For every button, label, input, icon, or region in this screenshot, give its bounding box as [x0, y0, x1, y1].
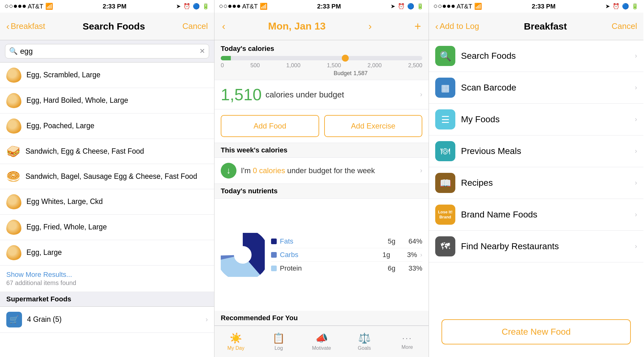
nutrient-row-carbs[interactable]: Carbs 1g 3% › [271, 248, 422, 262]
signal-dots-3 [434, 5, 455, 8]
tab-motivate[interactable]: 📣 Motivate [300, 332, 343, 351]
add-exercise-button[interactable]: Add Exercise [324, 115, 423, 137]
carbs-chevron-icon: › [420, 251, 422, 258]
signal-dot-3 [14, 5, 17, 8]
list-item[interactable]: 🥪 Sandwich, Egg & Cheese, Fast Food [0, 139, 214, 164]
show-more-link[interactable]: Show More Results... [6, 271, 208, 279]
bar-label-1000: 1,000 [286, 62, 300, 69]
prev-day-button[interactable]: ‹ [222, 20, 225, 32]
recommended-header: Recommended For You [214, 311, 429, 326]
week-text-post: under budget for the week [285, 166, 375, 175]
food-name-1: Egg, Scrambled, Large [26, 70, 208, 80]
wifi-icon: 📶 [45, 3, 53, 10]
carbs-pct: 3% [401, 251, 417, 259]
search-icon-inner: 🔍 [440, 51, 451, 62]
nutrients-table: Fats 5g 64% Carbs 1g 3% › Protein 6g 33% [271, 235, 422, 275]
search-foods-chevron-icon: › [635, 52, 637, 60]
menu-item-scan-barcode[interactable]: ▦ Scan Barcode › [429, 72, 643, 104]
nutrient-row-fats[interactable]: Fats 5g 64% [271, 235, 422, 248]
back-label-3: Add to Log [440, 21, 479, 31]
menu-item-find-nearby-restaurants[interactable]: 🗺 Find Nearby Restaurants › [429, 231, 643, 262]
food-name-2: Egg, Hard Boiled, Whole, Large [26, 96, 208, 105]
s1 [434, 5, 437, 8]
next-day-button[interactable]: › [368, 20, 372, 32]
list-item[interactable]: Egg Whites, Large, Ckd [0, 189, 214, 215]
signal-dots-2 [219, 5, 240, 8]
alarm-icon-3: ⏰ [613, 3, 619, 10]
food-name-4: Sandwich, Egg & Cheese, Fast Food [25, 147, 208, 156]
scan-barcode-icon: ▦ [435, 78, 455, 98]
back-button-1[interactable]: ‹ Breakfast [6, 21, 45, 32]
show-more-section: Show More Results... 67 additional items… [0, 266, 214, 292]
brand-name-foods-label: Brand Name Foods [461, 210, 629, 220]
tab-log[interactable]: 📋 Log [257, 332, 300, 351]
menu-item-search-foods[interactable]: 🔍 Search Foods › [429, 40, 643, 72]
back-button-3[interactable]: ‹ Add to Log [435, 21, 479, 32]
status-bar-2: AT&T 📶 2:33 PM ➤ ⏰ 🔵 🔋 [214, 0, 429, 13]
egg-icon-1 [6, 68, 21, 83]
bar-label-500: 500 [250, 62, 260, 69]
add-day-button[interactable]: + [414, 20, 421, 33]
egg-icon-2 [6, 93, 21, 108]
recipes-label: Recipes [461, 178, 629, 188]
status-right-3: ➤ ⏰ 🔵 🔋 [605, 3, 638, 10]
my-foods-label: My Foods [461, 114, 629, 124]
bar-label-2500: 2,500 [408, 62, 422, 69]
list-item[interactable]: 🥯 Sandwich, Bagel, Sausage Egg & Cheese,… [0, 164, 214, 189]
protein-pct: 33% [407, 264, 422, 272]
today-calories-label: Today's calories [221, 45, 422, 53]
budget-label: Budget [334, 70, 352, 77]
search-input-wrap[interactable]: 🔍 egg ✕ [5, 44, 209, 58]
cancel-button-3[interactable]: Cancel [612, 21, 637, 31]
signal-dots [5, 5, 26, 8]
list-item[interactable]: Egg, Fried, Whole, Large [0, 215, 214, 240]
week-calories-header: This week's calories [214, 143, 429, 158]
add-food-button[interactable]: Add Food [221, 115, 319, 137]
food-name-6: Egg Whites, Large, Ckd [26, 197, 208, 206]
location-icon: ➤ [176, 3, 181, 10]
list-item[interactable]: 🛒 4 Grain (5) › [0, 307, 214, 333]
battery-icon-3: 🔋 [631, 3, 638, 10]
list-item[interactable]: Egg, Scrambled, Large [0, 63, 214, 88]
week-status-section[interactable]: ↓ I'm 0 calories under budget for the we… [214, 158, 429, 184]
find-restaurants-label: Find Nearby Restaurants [461, 241, 629, 251]
my-day-tab-label: My Day [227, 345, 244, 351]
status-bar-3: AT&T 📶 2:33 PM ➤ ⏰ 🔵 🔋 [429, 0, 643, 13]
search-icon: 🔍 [9, 47, 18, 55]
nutrients-pie-chart [221, 233, 265, 277]
menu-item-previous-meals[interactable]: 🍽 Previous Meals › [429, 135, 643, 167]
recipes-icon-inner: 📖 [440, 178, 451, 189]
status-right-2: ➤ ⏰ 🔵 🔋 [391, 3, 424, 10]
clear-icon[interactable]: ✕ [199, 47, 205, 55]
time-label-2: 2:33 PM [317, 3, 341, 10]
egg-icon-4 [6, 194, 21, 209]
menu-item-recipes[interactable]: 📖 Recipes › [429, 167, 643, 199]
my-foods-chevron-icon: › [635, 115, 637, 124]
tab-goals[interactable]: ⚖️ Goals [343, 332, 386, 351]
week-chevron-icon: › [420, 167, 422, 175]
menu-item-brand-name-foods[interactable]: Lose It! Brand Brand Name Foods › [429, 199, 643, 231]
previous-meals-chevron-icon: › [635, 147, 637, 155]
create-new-food-button[interactable]: Create New Food [441, 319, 631, 344]
motivate-tab-icon: 📣 [315, 332, 328, 344]
fats-dot [271, 239, 277, 244]
more-tab-label: More [402, 344, 413, 350]
cancel-button-1[interactable]: Cancel [182, 21, 208, 31]
tab-my-day[interactable]: ☀️ My Day [214, 332, 257, 351]
motivate-tab-label: Motivate [312, 345, 331, 351]
tab-more[interactable]: ··· More [386, 333, 429, 350]
list-item[interactable]: Egg, Large [0, 240, 214, 266]
list-item[interactable]: Egg, Hard Boiled, Whole, Large [0, 88, 214, 113]
barcode-icon-inner: ▦ [441, 82, 450, 93]
status-left-2: AT&T 📶 [219, 3, 268, 10]
budget-value: 1,587 [353, 70, 368, 77]
nutrients-section: Fats 5g 64% Carbs 1g 3% › Protein 6g 33% [214, 199, 429, 311]
nav-title-3: Breakfast [524, 21, 567, 32]
nutrients-header: Today's nutrients [214, 184, 429, 199]
recipes-chevron-icon: › [635, 179, 637, 187]
menu-item-my-foods[interactable]: ☰ My Foods › [429, 104, 643, 135]
list-item[interactable]: Egg, Poached, Large [0, 113, 214, 139]
search-input[interactable]: egg [20, 47, 197, 56]
calories-under-section[interactable]: 1,510 calories under budget › [214, 80, 429, 109]
wifi-icon-2: 📶 [260, 3, 268, 10]
